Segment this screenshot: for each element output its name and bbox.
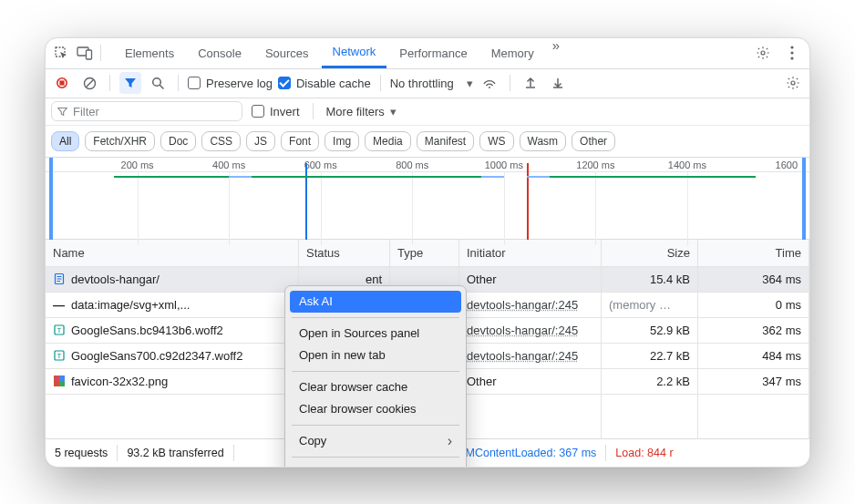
table-row[interactable]: devtools-hangar/ (46, 267, 299, 293)
cell-name: favicon-32x32.png (71, 375, 168, 388)
throttling-label: No throttling (390, 77, 454, 90)
col-initiator[interactable]: Initiator (459, 240, 602, 267)
type-filter-chips: All Fetch/XHR Doc CSS JS Font Img Media … (46, 126, 809, 158)
chip-ws[interactable]: WS (479, 131, 513, 151)
filter-placeholder: Filter (73, 105, 99, 118)
status-transferred: 93.2 kB transferred (127, 447, 223, 459)
cell-size: 52.9 kB (602, 318, 698, 344)
col-name[interactable]: Name (46, 240, 299, 267)
tick-label: 600 ms (304, 158, 337, 172)
col-status[interactable]: Status (299, 240, 390, 267)
more-tabs-icon[interactable]: » (547, 37, 565, 68)
cell-initiator[interactable]: devtools-hangar/:245 (459, 318, 602, 344)
table-row[interactable]: favicon-32x32.png (46, 369, 299, 395)
svg-line-12 (160, 85, 163, 88)
cell-initiator[interactable]: Other (459, 267, 602, 293)
svg-rect-25 (54, 375, 59, 386)
tab-console[interactable]: Console (187, 37, 252, 68)
tick-label: 1600 (776, 158, 798, 172)
checkbox-off-icon (252, 105, 264, 118)
cell-name: data:image/svg+xml,... (71, 298, 190, 312)
cell-name: GoogleSans700.c92d2347.woff2 (71, 349, 242, 363)
clear-icon[interactable] (78, 72, 100, 94)
tick-label: 1200 ms (576, 158, 614, 172)
menu-clear-cache[interactable]: Clear browser cache (290, 376, 461, 398)
kebab-menu-icon[interactable] (780, 41, 804, 65)
cell-name: GoogleSans.bc9413b6.woff2 (71, 324, 223, 337)
preserve-log-label: Preserve log (206, 77, 273, 90)
svg-point-6 (790, 57, 793, 59)
context-menu: Ask AI Open in Sources panel Open in new… (284, 285, 467, 468)
more-filters-label: More filters (326, 105, 385, 118)
devtools-window: Elements Console Sources Network Perform… (45, 37, 810, 468)
filter-input[interactable]: Filter (51, 101, 242, 121)
table-row[interactable]: T GoogleSans.bc9413b6.woff2 (46, 318, 299, 344)
font-file-icon: T (53, 349, 66, 362)
throttling-select[interactable]: No throttling ▾ (390, 77, 473, 90)
menu-more[interactable] (290, 462, 461, 468)
chip-other[interactable]: Other (572, 131, 615, 151)
menu-clear-cookies[interactable]: Clear browser cookies (290, 398, 461, 420)
network-timeline[interactable]: 200 ms 400 ms 600 ms 800 ms 1000 ms 1200… (46, 158, 809, 240)
svg-rect-8 (59, 80, 64, 85)
disable-cache-checkbox[interactable]: Disable cache (278, 77, 371, 90)
chip-all[interactable]: All (51, 131, 79, 151)
chip-fetch-xhr[interactable]: Fetch/XHR (85, 131, 155, 151)
filter-toggle-icon[interactable] (119, 72, 141, 94)
tab-sources[interactable]: Sources (254, 37, 320, 68)
chip-font[interactable]: Font (281, 131, 319, 151)
status-load: Load: 844 r (615, 447, 673, 459)
cell-initiator[interactable]: devtools-hangar/:245 (459, 293, 602, 318)
cell-size: 22.7 kB (602, 344, 698, 369)
table-row[interactable]: T GoogleSans700.c92d2347.woff2 (46, 344, 299, 369)
menu-ask-ai[interactable]: Ask AI (290, 291, 461, 313)
cell-size: 2.2 kB (602, 369, 698, 395)
tab-elements[interactable]: Elements (114, 37, 185, 68)
panel-settings-gear-icon[interactable] (782, 72, 804, 94)
menu-open-in-sources[interactable]: Open in Sources panel (290, 323, 461, 345)
tab-performance[interactable]: Performance (388, 37, 478, 68)
filter-row: Filter Invert More filters ▾ (46, 98, 809, 126)
cell-initiator[interactable]: Other (459, 369, 602, 395)
chip-wasm[interactable]: Wasm (520, 131, 567, 151)
more-filters-button[interactable]: More filters ▾ (326, 105, 397, 118)
chip-manifest[interactable]: Manifest (417, 131, 474, 151)
chip-doc[interactable]: Doc (160, 131, 196, 151)
tab-memory[interactable]: Memory (480, 37, 545, 68)
search-icon[interactable] (147, 72, 169, 94)
col-type[interactable]: Type (390, 240, 459, 267)
cell-time: 362 ms (698, 318, 809, 344)
chip-css[interactable]: CSS (201, 131, 241, 151)
invert-checkbox[interactable]: Invert (252, 105, 300, 118)
chip-media[interactable]: Media (365, 131, 411, 151)
cell-size: 15.4 kB (602, 267, 698, 293)
tab-network[interactable]: Network (322, 37, 387, 68)
document-icon (53, 273, 66, 285)
cell-name: devtools-hangar/ (71, 273, 160, 286)
settings-gear-icon[interactable] (751, 41, 775, 65)
upload-har-icon[interactable] (520, 72, 541, 94)
svg-text:T: T (57, 352, 62, 360)
tick-label: 400 ms (212, 158, 245, 172)
chip-img[interactable]: Img (324, 131, 359, 151)
menu-copy[interactable]: Copy (290, 430, 461, 452)
font-file-icon: T (53, 324, 66, 336)
download-har-icon[interactable] (547, 72, 569, 94)
menu-open-in-new-tab[interactable]: Open in new tab (290, 345, 461, 366)
svg-line-10 (86, 79, 93, 87)
chip-js[interactable]: JS (246, 131, 275, 151)
preserve-log-checkbox[interactable]: Preserve log (188, 77, 273, 90)
record-icon[interactable] (51, 72, 73, 94)
svg-text:T: T (57, 326, 62, 334)
chevron-down-icon: ▾ (390, 105, 397, 118)
cell-time: 347 ms (698, 369, 809, 395)
cell-initiator[interactable]: devtools-hangar/:245 (459, 344, 602, 369)
cell-time: 364 ms (698, 267, 809, 293)
tick-label: 1000 ms (485, 158, 523, 172)
device-toggle-icon[interactable] (73, 41, 97, 65)
network-conditions-icon[interactable] (479, 72, 500, 94)
col-time[interactable]: Time (698, 240, 809, 267)
table-row[interactable]: — data:image/svg+xml,... (46, 293, 299, 318)
inspect-icon[interactable] (49, 41, 73, 65)
col-size[interactable]: Size (602, 240, 698, 267)
